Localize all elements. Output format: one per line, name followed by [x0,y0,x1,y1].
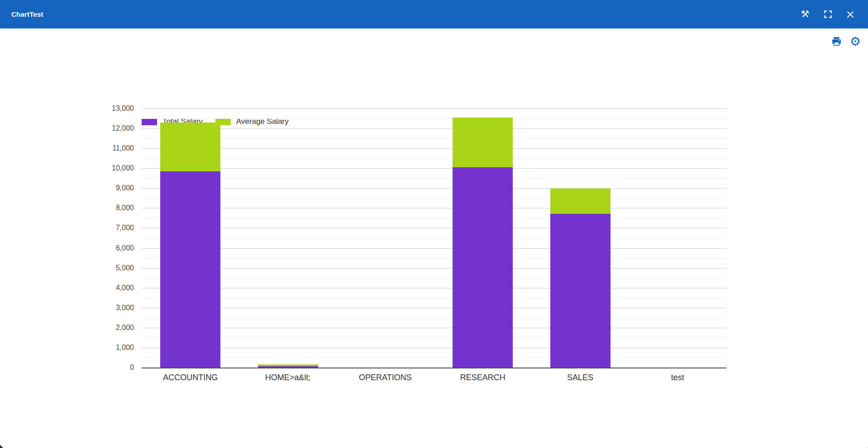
y-axis-tick-label: 11,000 [91,144,134,153]
fullscreen-icon[interactable] [822,9,834,20]
bar-segment-total-salary-0[interactable] [160,171,220,368]
gridline-minor [142,298,726,298]
x-axis-tick-label: SALES [531,372,629,383]
x-axis-line [142,368,726,368]
gridline-major [142,168,726,169]
y-axis-tick-label: 7,000 [91,223,134,232]
bar-segment-total-salary-4[interactable] [550,214,610,368]
gridline-major [142,248,726,249]
y-axis-tick-label: 13,000 [91,104,134,113]
bar-segment-average-salary-3[interactable] [453,118,513,167]
x-axis-tick-label: test [629,372,726,383]
y-axis-tick-label: 10,000 [91,164,134,173]
gridline-minor [142,138,726,139]
x-axis-tick-label: RESEARCH [434,372,531,383]
gridline-minor [142,278,726,278]
gridline-major [142,268,726,269]
gridline-major [142,108,726,109]
gridline-minor [142,118,726,119]
gridline-major [142,148,726,149]
gridline-minor [142,218,726,218]
y-axis-tick-label: 1,000 [91,343,134,352]
gridline-minor [142,238,726,239]
window-corner-bottom-left [0,445,3,448]
gridline-minor [142,158,726,159]
gridline-major [142,308,726,308]
y-axis-tick-label: 9,000 [91,184,134,193]
close-icon[interactable] [844,9,856,20]
gridline-minor [142,198,726,198]
chart-region: Total SalaryAverage Salary 01,0002,0003,… [0,28,868,448]
y-axis-tick-label: 0 [91,363,134,372]
titlebar: ChartTest ⚒ [0,0,868,28]
gridline-minor [142,178,726,179]
gridline-major [142,328,726,328]
gridline-major [142,228,726,228]
gridline-major [142,188,726,189]
bar-segment-average-salary-4[interactable] [550,189,610,214]
window-title: ChartTest [11,10,43,18]
gridline-minor [142,258,726,259]
y-axis-tick-label: 5,000 [91,264,134,273]
y-axis-tick-label: 8,000 [91,203,134,212]
bar-segment-average-salary-1[interactable] [258,364,318,367]
titlebar-actions: ⚒ [799,0,856,28]
bar-segment-total-salary-3[interactable] [453,167,513,368]
gridline-major [142,348,726,348]
gridline-major [142,288,726,288]
x-axis-tick-label: HOME>a&lt; [239,372,336,383]
y-axis-tick-label: 6,000 [91,244,134,253]
y-axis-tick-label: 12,000 [91,124,134,133]
x-axis-tick-label: OPERATIONS [337,372,434,383]
gridline-major [142,208,726,208]
chart-plot-area: 01,0002,0003,0004,0005,0006,0007,0008,00… [0,28,868,448]
tools-icon[interactable]: ⚒ [799,9,811,20]
gridline-minor [142,338,726,338]
gridline-major [142,128,726,129]
x-axis-tick-label: ACCOUNTING [142,372,239,383]
gridline-minor [142,358,726,358]
y-axis-tick-label: 4,000 [91,283,134,292]
bar-segment-average-salary-0[interactable] [160,123,220,171]
y-axis-tick-label: 2,000 [91,323,134,332]
gridline-minor [142,318,726,318]
y-axis-tick-label: 3,000 [91,303,134,312]
